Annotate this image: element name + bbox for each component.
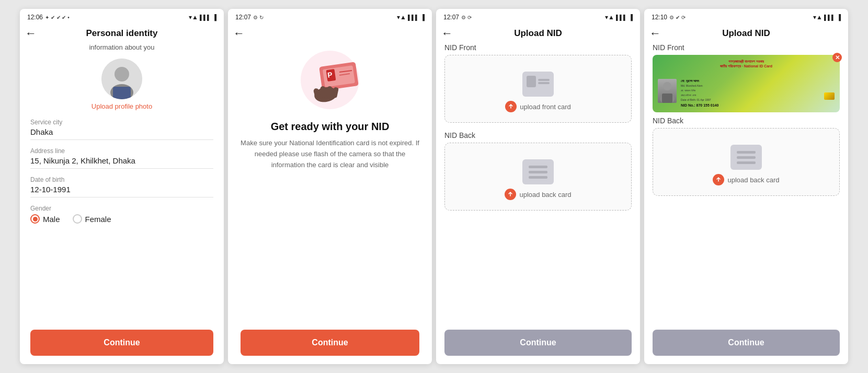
screen3-upload-nid: 12:07 ⚙ ⟳ ▾▲ ▌▌▌ ▐ ← Upload NID NID Fron… [436,9,640,364]
back-card-placeholder [522,159,554,184]
status-bar-1: 12:06 ✦ ✔ ✔ ✔ • ▾▲ ▌▌▌ ▐ [20,9,224,24]
dob-field: Date of birth 12-10-1991 [30,176,213,197]
nid-card-body: মো: মুরশেদ আলম Md. Murshed Alom মো: আজমল… [658,79,835,108]
nid-back-label-3: NID Back [444,131,632,139]
nid-front-card-image: গণপ্রজাতন্ত্রী বাংলাদেশ সরকার জাতীয় পরি… [653,55,840,112]
nid-title: Get ready with your NID [271,121,390,133]
back-button-3[interactable]: ← [441,28,453,39]
nid-mother: মোছাঃ মতিকা বেগম [681,94,835,97]
continue-button-3[interactable]: Continue [444,330,632,356]
nid-front-close-btn[interactable]: ✕ [832,53,842,62]
battery-icon-1: ▐ [212,14,216,20]
screen4-upload-nid-filled: 12:10 ⚙ ✔ ⟳ ▾▲ ▌▌▌ ▐ ← Upload NID NID Fr… [644,9,848,364]
svg-rect-18 [662,94,672,103]
battery-icon-3: ▐ [629,14,633,20]
gender-label: Gender [30,205,213,212]
status-icons-1: ✦ ✔ ✔ ✔ • [45,15,70,20]
wifi-icon-1: ▾▲ [189,14,198,21]
upload-front-icon [505,101,517,112]
service-city-label: Service city [30,119,213,126]
service-city-field: Service city Dhaka [30,119,213,140]
status-bar-2: 12:07 ⚙ ↻ ▾▲ ▌▌▌ ▐ [228,9,432,24]
continue-button-4[interactable]: Continue [653,330,840,356]
upload-back-icon-4 [713,174,724,185]
battery-icon-4: ▐ [837,14,841,20]
radio-male[interactable] [30,214,40,224]
upload-screen-content-3: NID Front upload front card NID Back [436,43,640,364]
nid-name-en: Md. Murshed Alom [681,84,835,88]
avatar-area: Upload profile photo [30,59,213,110]
dob-value[interactable]: 12-10-1991 [30,185,213,197]
gender-male-option[interactable]: Male [30,214,60,224]
time-label-3: 12:07 [443,14,459,21]
status-indicators-1: ▾▲ ▌▌▌ ▐ [189,14,216,21]
status-time-2: 12:07 ⚙ ↻ [235,14,264,21]
page-title-1: Personal identity [41,28,203,39]
svg-point-1 [115,67,129,81]
status-icons-4: ⚙ ✔ ⟳ [669,15,686,20]
status-time-3: 12:07 ⚙ ⟳ [443,14,472,21]
nav-header-2: ← [228,24,432,43]
signal-icon-2: ▌▌▌ [408,15,419,20]
screen2-nid-intro: 12:07 ⚙ ↻ ▾▲ ▌▌▌ ▐ ← P [228,9,432,364]
nid-name-bn: মো: মুরশেদ আলম [681,79,835,83]
upload-back-label-row-4: upload back card [713,174,779,185]
avatar [101,59,142,99]
status-indicators-3: ▾▲ ▌▌▌ ▐ [605,14,633,21]
screen1-content: information about you Upload profile pho… [20,43,224,364]
upload-back-label-row: upload back card [505,189,571,200]
nid-card-header: গণপ্রজাতন্ত্রী বাংলাদেশ সরকার জাতীয় পরি… [658,59,835,68]
gender-field: Gender Male Female [30,205,213,224]
nid-card-header-line2: জাতীয় পরিচয়পত্র · National ID Card [720,64,772,68]
nid-card-photo [658,79,677,103]
radio-female[interactable] [73,214,82,224]
dob-label: Date of birth [30,176,213,183]
nid-back-label-4: NID Back [653,116,840,125]
status-icons-3: ⚙ ⟳ [461,15,472,20]
nid-card-photo-inner [658,79,677,103]
gender-female-label: Female [85,215,111,224]
upload-back-icon [505,189,516,200]
gender-male-label: Male [43,215,60,224]
nid-front-label-4: NID Front [653,43,840,52]
back-button-1[interactable]: ← [25,28,37,39]
nid-card-header-line1: গণপ্রজাতন্ত্রী বাংলাদেশ সরকার [728,59,764,64]
front-card-placeholder [522,72,554,97]
upload-front-label-row: upload front card [505,101,571,112]
nid-number: NID No.: 870 155 0140 [681,103,835,108]
upload-front-text: upload front card [520,103,571,111]
service-city-value[interactable]: Dhaka [30,127,213,140]
back-card-placeholder-4 [730,145,762,170]
front-card-icon [522,72,554,97]
continue-button-2[interactable]: Continue [241,330,419,356]
page-title-3: Upload NID [457,28,619,39]
nid-dob: Date of Birth: 01 Apr 1997 [681,98,835,102]
nid-back-upload-box-4[interactable]: upload back card [653,128,840,196]
wifi-icon-3: ▾▲ [605,14,614,21]
status-indicators-2: ▾▲ ▌▌▌ ▐ [397,14,425,21]
time-label-2: 12:07 [235,14,251,21]
back-card-icon [522,159,554,184]
wifi-icon-4: ▾▲ [813,14,823,21]
svg-point-16 [663,82,671,90]
upload-photo-btn[interactable]: Upload profile photo [92,102,152,110]
address-value[interactable]: 15, Nikunja 2, Khilkhet, Dhaka [30,156,213,169]
gender-female-option[interactable]: Female [73,214,111,224]
status-icons-2: ⚙ ↻ [253,15,264,20]
back-button-2[interactable]: ← [233,28,245,39]
nid-desc: Make sure your National Identification c… [241,138,419,170]
nid-back-upload-box-3[interactable]: upload back card [444,143,632,211]
nid-intro-content: P Get ready with your NID Make sure your… [228,43,432,364]
upload-screen-content-4: NID Front গণপ্রজাতন্ত্রী বাংলাদেশ সরকার … [644,43,848,364]
nid-front-upload-box-3[interactable]: upload front card [444,55,632,123]
nid-father: মো: আজমল উদ্দিন [681,89,835,92]
back-button-4[interactable]: ← [649,28,661,39]
continue-button-1[interactable]: Continue [30,330,213,356]
status-indicators-4: ▾▲ ▌▌▌ ▐ [813,14,841,21]
upload-back-text-4: upload back card [727,176,779,184]
nav-header-4: ← Upload NID [644,24,848,43]
nav-header-3: ← Upload NID [436,24,640,43]
wifi-icon-2: ▾▲ [397,14,406,21]
nid-card-chip [824,92,835,100]
profile-subtitle: information about you [30,43,213,51]
